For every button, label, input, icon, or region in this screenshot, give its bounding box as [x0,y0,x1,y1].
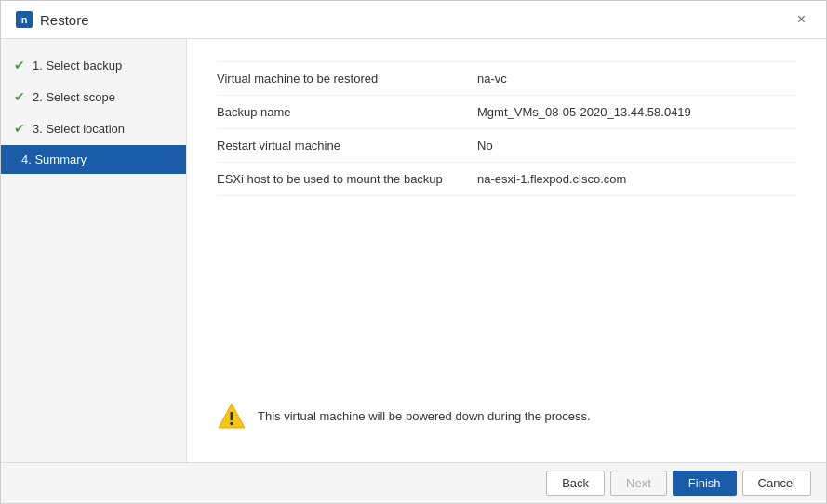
summary-row-label: Virtual machine to be restored [217,72,477,86]
check-icon: ✔ [14,89,25,104]
summary-row-label: ESXi host to be used to mount the backup [217,172,477,186]
svg-point-2 [230,422,233,426]
summary-row-value: na-esxi-1.flexpod.cisco.com [477,172,626,186]
sidebar-item-label: 3. Select location [33,122,125,136]
title-area: n Restore [16,11,792,28]
back-button[interactable]: Back [546,471,605,496]
brand-icon: n [16,11,33,28]
sidebar-item-select-backup[interactable]: ✔1. Select backup [1,50,186,80]
summary-row: Backup nameMgmt_VMs_08-05-2020_13.44.58.… [217,96,796,129]
main-content: Virtual machine to be restoredna-vcBacku… [187,39,826,462]
sidebar-item-label: 2. Select scope [33,90,115,104]
summary-row-label: Backup name [217,105,477,119]
warning-area: This virtual machine will be powered dow… [217,391,796,440]
finish-button[interactable]: Finish [673,471,737,496]
summary-table: Virtual machine to be restoredna-vcBacku… [217,61,796,196]
dialog-header: n Restore × [1,1,826,39]
dialog-footer: Back Next Finish Cancel [1,462,826,503]
sidebar-item-summary[interactable]: 4. Summary [1,145,186,174]
svg-rect-1 [231,412,233,420]
sidebar-item-label: 1. Select backup [33,59,122,73]
summary-row-value: Mgmt_VMs_08-05-2020_13.44.58.0419 [477,105,691,119]
next-button[interactable]: Next [610,471,667,496]
dialog-body: ✔1. Select backup✔2. Select scope✔3. Sel… [1,39,826,462]
summary-row-value: na-vc [477,72,507,86]
sidebar-item-select-location[interactable]: ✔3. Select location [1,113,186,143]
summary-row-label: Restart virtual machine [217,139,477,153]
summary-row: Virtual machine to be restoredna-vc [217,61,796,96]
summary-row: Restart virtual machineNo [217,129,796,163]
summary-row: ESXi host to be used to mount the backup… [217,163,796,196]
check-icon: ✔ [14,121,25,136]
sidebar-item-select-scope[interactable]: ✔2. Select scope [1,82,186,112]
restore-dialog: n Restore × ✔1. Select backup✔2. Select … [0,0,827,504]
cancel-button[interactable]: Cancel [742,471,811,496]
summary-row-value: No [477,139,493,153]
check-icon: ✔ [14,58,25,73]
sidebar: ✔1. Select backup✔2. Select scope✔3. Sel… [1,39,187,462]
sidebar-item-label: 4. Summary [21,153,87,166]
dialog-title: Restore [40,12,89,28]
warning-icon [217,401,247,431]
warning-text: This virtual machine will be powered dow… [258,409,591,423]
close-button[interactable]: × [792,10,811,29]
